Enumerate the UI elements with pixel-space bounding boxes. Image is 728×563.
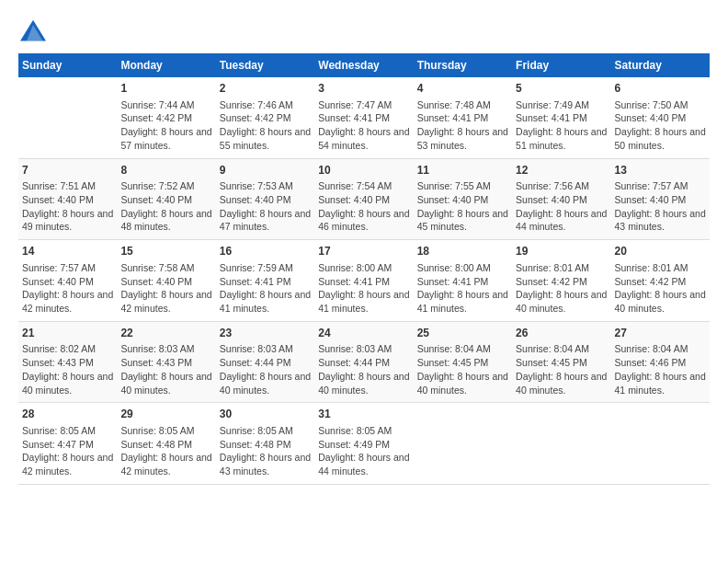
cell-info: Sunrise: 7:46 AMSunset: 4:42 PMDaylight:… <box>220 98 311 153</box>
header-day-tuesday: Tuesday <box>216 53 314 77</box>
calendar-cell: 29Sunrise: 8:05 AMSunset: 4:48 PMDayligh… <box>117 403 215 485</box>
day-number: 31 <box>318 407 409 422</box>
day-number: 16 <box>220 244 311 259</box>
calendar-cell: 23Sunrise: 8:03 AMSunset: 4:44 PMDayligh… <box>216 321 314 403</box>
calendar-cell: 12Sunrise: 7:56 AMSunset: 4:40 PMDayligh… <box>512 158 610 240</box>
header-day-saturday: Saturday <box>611 53 710 77</box>
calendar-cell: 16Sunrise: 7:59 AMSunset: 4:41 PMDayligh… <box>216 240 314 322</box>
logo <box>18 18 51 44</box>
cell-info: Sunrise: 8:04 AMSunset: 4:45 PMDaylight:… <box>516 342 607 396</box>
cell-info: Sunrise: 8:00 AMSunset: 4:41 PMDaylight:… <box>318 261 409 316</box>
cell-info: Sunrise: 7:51 AMSunset: 4:40 PMDaylight:… <box>22 179 113 234</box>
page-header <box>18 18 710 44</box>
cell-info: Sunrise: 8:00 AMSunset: 4:41 PMDaylight:… <box>417 261 508 316</box>
cell-info: Sunrise: 7:44 AMSunset: 4:42 PMDaylight:… <box>120 98 211 153</box>
calendar-cell: 30Sunrise: 8:05 AMSunset: 4:48 PMDayligh… <box>216 403 314 485</box>
day-number: 27 <box>615 326 706 341</box>
day-number: 30 <box>220 407 311 422</box>
calendar-cell <box>512 403 610 485</box>
calendar-cell: 14Sunrise: 7:57 AMSunset: 4:40 PMDayligh… <box>18 240 117 322</box>
cell-info: Sunrise: 7:50 AMSunset: 4:40 PMDaylight:… <box>615 98 706 153</box>
week-row-2: 7Sunrise: 7:51 AMSunset: 4:40 PMDaylight… <box>18 158 710 240</box>
calendar-cell: 15Sunrise: 7:58 AMSunset: 4:40 PMDayligh… <box>117 240 215 322</box>
day-number: 22 <box>120 326 211 341</box>
day-number: 15 <box>120 244 211 259</box>
calendar-cell: 13Sunrise: 7:57 AMSunset: 4:40 PMDayligh… <box>611 158 710 240</box>
cell-info: Sunrise: 7:48 AMSunset: 4:41 PMDaylight:… <box>417 98 508 153</box>
cell-info: Sunrise: 8:05 AMSunset: 4:48 PMDaylight:… <box>220 424 311 478</box>
day-number: 1 <box>120 81 211 97</box>
day-number: 8 <box>120 163 211 178</box>
cell-info: Sunrise: 8:03 AMSunset: 4:43 PMDaylight:… <box>120 342 211 396</box>
day-number: 28 <box>22 407 113 422</box>
cell-info: Sunrise: 8:03 AMSunset: 4:44 PMDaylight:… <box>220 342 311 396</box>
header-day-thursday: Thursday <box>414 53 512 77</box>
cell-info: Sunrise: 7:52 AMSunset: 4:40 PMDaylight:… <box>120 179 211 234</box>
day-number: 13 <box>615 163 706 178</box>
calendar-cell: 11Sunrise: 7:55 AMSunset: 4:40 PMDayligh… <box>414 158 512 240</box>
calendar-cell: 3Sunrise: 7:47 AMSunset: 4:41 PMDaylight… <box>314 77 413 158</box>
cell-info: Sunrise: 8:03 AMSunset: 4:44 PMDaylight:… <box>318 342 409 396</box>
calendar-cell: 9Sunrise: 7:53 AMSunset: 4:40 PMDaylight… <box>216 158 314 240</box>
day-number: 20 <box>615 244 706 259</box>
week-row-3: 14Sunrise: 7:57 AMSunset: 4:40 PMDayligh… <box>18 240 710 322</box>
week-row-4: 21Sunrise: 8:02 AMSunset: 4:43 PMDayligh… <box>18 321 710 403</box>
calendar-cell: 27Sunrise: 8:04 AMSunset: 4:46 PMDayligh… <box>611 321 710 403</box>
day-number: 19 <box>516 244 607 259</box>
logo-icon <box>18 18 48 44</box>
day-number: 21 <box>22 326 113 341</box>
day-number: 29 <box>120 407 211 422</box>
header-row: SundayMondayTuesdayWednesdayThursdayFrid… <box>18 53 710 77</box>
day-number: 18 <box>417 244 508 259</box>
calendar-cell: 19Sunrise: 8:01 AMSunset: 4:42 PMDayligh… <box>512 240 610 322</box>
calendar-cell: 1Sunrise: 7:44 AMSunset: 4:42 PMDaylight… <box>117 77 215 158</box>
calendar-cell <box>18 77 117 158</box>
cell-info: Sunrise: 8:02 AMSunset: 4:43 PMDaylight:… <box>22 342 113 396</box>
calendar-cell: 17Sunrise: 8:00 AMSunset: 4:41 PMDayligh… <box>314 240 413 322</box>
cell-info: Sunrise: 7:57 AMSunset: 4:40 PMDaylight:… <box>22 261 113 316</box>
calendar-cell: 24Sunrise: 8:03 AMSunset: 4:44 PMDayligh… <box>314 321 413 403</box>
day-number: 25 <box>417 326 508 341</box>
calendar-cell <box>611 403 710 485</box>
calendar-cell: 10Sunrise: 7:54 AMSunset: 4:40 PMDayligh… <box>314 158 413 240</box>
header-day-wednesday: Wednesday <box>314 53 413 77</box>
day-number: 11 <box>417 163 508 178</box>
cell-info: Sunrise: 7:55 AMSunset: 4:40 PMDaylight:… <box>417 179 508 234</box>
cell-info: Sunrise: 7:56 AMSunset: 4:40 PMDaylight:… <box>516 179 607 234</box>
day-number: 26 <box>516 326 607 341</box>
cell-info: Sunrise: 7:58 AMSunset: 4:40 PMDaylight:… <box>120 261 211 316</box>
calendar-cell: 5Sunrise: 7:49 AMSunset: 4:41 PMDaylight… <box>512 77 610 158</box>
day-number: 17 <box>318 244 409 259</box>
calendar-cell: 20Sunrise: 8:01 AMSunset: 4:42 PMDayligh… <box>611 240 710 322</box>
calendar-cell: 28Sunrise: 8:05 AMSunset: 4:47 PMDayligh… <box>18 403 117 485</box>
calendar-cell: 18Sunrise: 8:00 AMSunset: 4:41 PMDayligh… <box>414 240 512 322</box>
cell-info: Sunrise: 8:01 AMSunset: 4:42 PMDaylight:… <box>516 261 607 316</box>
calendar-cell: 22Sunrise: 8:03 AMSunset: 4:43 PMDayligh… <box>117 321 215 403</box>
cell-info: Sunrise: 7:47 AMSunset: 4:41 PMDaylight:… <box>318 98 409 153</box>
cell-info: Sunrise: 7:54 AMSunset: 4:40 PMDaylight:… <box>318 179 409 234</box>
day-number: 9 <box>220 163 311 178</box>
week-row-1: 1Sunrise: 7:44 AMSunset: 4:42 PMDaylight… <box>18 77 710 158</box>
calendar-cell: 4Sunrise: 7:48 AMSunset: 4:41 PMDaylight… <box>414 77 512 158</box>
cell-info: Sunrise: 8:04 AMSunset: 4:46 PMDaylight:… <box>615 342 706 396</box>
cell-info: Sunrise: 7:49 AMSunset: 4:41 PMDaylight:… <box>516 98 607 153</box>
day-number: 7 <box>22 163 113 178</box>
day-number: 12 <box>516 163 607 178</box>
day-number: 5 <box>516 81 607 97</box>
calendar-cell <box>414 403 512 485</box>
week-row-5: 28Sunrise: 8:05 AMSunset: 4:47 PMDayligh… <box>18 403 710 485</box>
day-number: 10 <box>318 163 409 178</box>
day-number: 2 <box>220 81 311 97</box>
cell-info: Sunrise: 8:01 AMSunset: 4:42 PMDaylight:… <box>615 261 706 316</box>
day-number: 6 <box>615 81 706 97</box>
cell-info: Sunrise: 8:05 AMSunset: 4:47 PMDaylight:… <box>22 424 113 478</box>
calendar-cell: 6Sunrise: 7:50 AMSunset: 4:40 PMDaylight… <box>611 77 710 158</box>
day-number: 4 <box>417 81 508 97</box>
cell-info: Sunrise: 7:53 AMSunset: 4:40 PMDaylight:… <box>220 179 311 234</box>
calendar-cell: 21Sunrise: 8:02 AMSunset: 4:43 PMDayligh… <box>18 321 117 403</box>
calendar-cell: 2Sunrise: 7:46 AMSunset: 4:42 PMDaylight… <box>216 77 314 158</box>
header-day-monday: Monday <box>117 53 215 77</box>
cell-info: Sunrise: 7:57 AMSunset: 4:40 PMDaylight:… <box>615 179 706 234</box>
cell-info: Sunrise: 8:04 AMSunset: 4:45 PMDaylight:… <box>417 342 508 396</box>
calendar-table: SundayMondayTuesdayWednesdayThursdayFrid… <box>18 53 710 485</box>
